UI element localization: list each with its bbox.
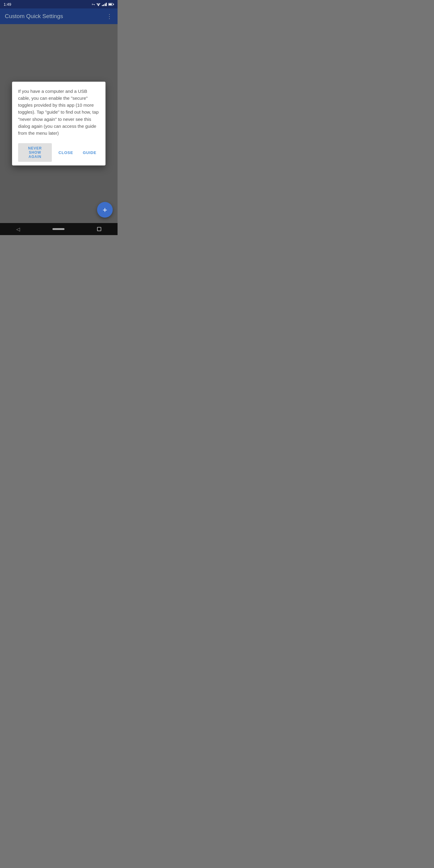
dialog-overlay: If you have a computer and a USB cable, … [0, 24, 118, 223]
never-show-again-button[interactable]: NEVER SHOW AGAIN [18, 143, 52, 162]
nav-recent-icon[interactable] [97, 227, 101, 231]
status-bar: 1:49 🗝 [0, 0, 118, 8]
app-title: Custom Quick Settings [5, 13, 63, 20]
status-time: 1:49 [4, 2, 11, 7]
nav-home-icon[interactable] [53, 228, 64, 230]
signal-bars-icon [102, 2, 107, 6]
app-bar: Custom Quick Settings ⋮ [0, 8, 118, 24]
fab-add-button[interactable]: + [97, 202, 113, 218]
battery-icon [108, 3, 114, 6]
guide-button[interactable]: GUIDE [80, 147, 99, 158]
more-options-icon[interactable]: ⋮ [106, 13, 113, 20]
nav-bar: ◁ [0, 223, 118, 235]
close-button[interactable]: CLOSE [56, 147, 76, 158]
wifi-icon [96, 3, 100, 6]
add-icon: + [102, 206, 107, 214]
status-icons: 🗝 [92, 2, 114, 6]
dialog-actions: NEVER SHOW AGAIN CLOSE GUIDE [18, 143, 99, 162]
dialog: If you have a computer and a USB cable, … [12, 82, 105, 166]
dialog-message: If you have a computer and a USB cable, … [18, 88, 99, 137]
nav-back-icon[interactable]: ◁ [16, 226, 20, 232]
key-icon: 🗝 [92, 2, 95, 6]
